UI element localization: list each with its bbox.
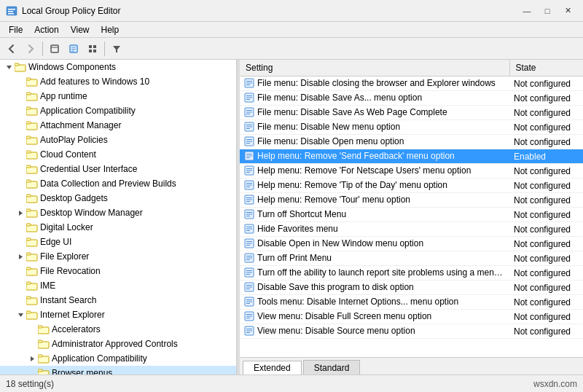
tree-item[interactable]: Application Compatibility xyxy=(0,103,236,118)
tree-item[interactable]: Credential User Interface xyxy=(0,162,236,176)
properties-button[interactable] xyxy=(65,40,82,58)
tree-item[interactable]: IME xyxy=(0,278,236,293)
tree-item[interactable]: Instant Search xyxy=(0,293,236,307)
table-row[interactable]: File menu: Disable Open menu optionNot c… xyxy=(240,135,583,149)
tree-item[interactable]: AutoPlay Policies xyxy=(0,133,236,147)
tree-expand-icon[interactable] xyxy=(15,149,26,160)
tree-item[interactable]: Application Compatibility xyxy=(0,351,236,366)
setting-label: Tools menu: Disable Internet Options... … xyxy=(257,297,458,307)
tree-item[interactable]: Cloud Content xyxy=(0,147,236,162)
column-setting[interactable]: Setting xyxy=(240,60,509,77)
tree-item[interactable]: Digital Locker xyxy=(0,220,236,235)
tree-item[interactable]: Data Collection and Preview Builds xyxy=(0,176,236,191)
tree-expand-icon[interactable] xyxy=(15,207,26,219)
tree-expand-icon[interactable] xyxy=(15,76,26,87)
tree-expand-icon[interactable] xyxy=(15,119,26,131)
close-button[interactable]: ✕ xyxy=(558,4,577,18)
tree-expand-icon[interactable] xyxy=(15,265,26,277)
table-row[interactable]: Help menu: Remove 'Tour' menu optionNot … xyxy=(240,193,583,208)
tree-item[interactable]: App runtime xyxy=(0,89,236,103)
table-row[interactable]: Help menu: Remove 'Send Feedback' menu o… xyxy=(240,149,583,164)
tree-item[interactable]: Windows Components xyxy=(0,60,236,74)
table-row[interactable]: File menu: Disable closing the browser a… xyxy=(240,77,583,91)
table-row[interactable]: File menu: Disable Save As... menu optio… xyxy=(240,91,583,106)
tree-expand-icon[interactable] xyxy=(15,163,26,175)
setting-label: File menu: Disable Save As... menu optio… xyxy=(257,93,422,103)
tree-panel[interactable]: Windows Components Add features to Windo… xyxy=(0,60,237,375)
table-row[interactable]: Disable Open in New Window menu optionNo… xyxy=(240,237,583,251)
forward-button[interactable] xyxy=(22,40,39,58)
view-button[interactable] xyxy=(84,40,101,58)
toolbar-sep-1 xyxy=(42,42,43,56)
tree-expand-icon[interactable] xyxy=(15,236,26,248)
tree-expand-icon[interactable] xyxy=(15,294,26,306)
table-row[interactable]: Turn off Shortcut MenuNot configured xyxy=(240,208,583,222)
table-row[interactable]: File menu: Disable New menu optionNot co… xyxy=(240,120,583,135)
table-row[interactable]: Turn off Print MenuNot configured xyxy=(240,251,583,266)
tree-item[interactable]: File Explorer xyxy=(0,249,236,264)
tree-item[interactable]: Administrator Approved Controls xyxy=(0,337,236,351)
table-row[interactable]: View menu: Disable Full Screen menu opti… xyxy=(240,310,583,324)
setting-cell: Hide Favorites menu xyxy=(240,222,509,235)
tree-expand-icon[interactable] xyxy=(26,353,38,364)
status-bar: 18 setting(s) wsxdn.com xyxy=(0,375,583,392)
tree-expand-icon[interactable] xyxy=(3,61,15,73)
tree-item[interactable]: Desktop Window Manager xyxy=(0,205,236,220)
tree-expand-icon[interactable] xyxy=(15,309,26,321)
tree-expand-icon[interactable] xyxy=(15,178,26,189)
tree-expand-icon[interactable] xyxy=(15,105,26,117)
tree-expand-icon[interactable] xyxy=(15,192,26,204)
state-cell: Not configured xyxy=(509,208,583,222)
tree-expand-icon[interactable] xyxy=(15,222,26,233)
setting-icon xyxy=(244,238,254,248)
setting-label: File menu: Disable closing the browser a… xyxy=(257,78,496,88)
tree-item[interactable]: Browser menus xyxy=(0,366,236,375)
back-button[interactable] xyxy=(3,40,20,58)
tab-standard[interactable]: Standard xyxy=(303,360,361,375)
tree-item[interactable]: Attachment Manager xyxy=(0,118,236,133)
tree-expand-icon[interactable] xyxy=(15,280,26,291)
column-state[interactable]: State xyxy=(509,60,583,77)
menu-item-action[interactable]: Action xyxy=(28,23,64,36)
filter-button[interactable] xyxy=(108,40,125,58)
folder-icon xyxy=(26,266,38,276)
tree-item[interactable]: Add features to Windows 10 xyxy=(0,74,236,89)
title-controls: — □ ✕ xyxy=(517,4,577,18)
menu-item-view[interactable]: View xyxy=(65,23,95,36)
tree-expand-icon[interactable] xyxy=(26,367,38,375)
tree-item-label: Accelerators xyxy=(52,324,101,334)
svg-rect-45 xyxy=(26,253,31,255)
table-row[interactable]: View menu: Disable Source menu optionNot… xyxy=(240,324,583,339)
tree-expand-icon[interactable] xyxy=(15,90,26,102)
toolbar-sep-2 xyxy=(104,42,105,56)
settings-table[interactable]: Setting State File menu: Disable closing… xyxy=(240,60,583,357)
table-row[interactable]: Help menu: Remove 'Tip of the Day' menu … xyxy=(240,179,583,193)
table-row[interactable]: File menu: Disable Save As Web Page Comp… xyxy=(240,106,583,120)
menu-item-help[interactable]: Help xyxy=(95,23,125,36)
show-hide-button[interactable] xyxy=(46,40,63,58)
setting-icon xyxy=(244,180,254,190)
tree-expand-icon[interactable] xyxy=(15,251,26,262)
setting-label: Hide Favorites menu xyxy=(257,224,338,234)
table-row[interactable]: Disable Save this program to disk option… xyxy=(240,281,583,295)
menu-item-file[interactable]: File xyxy=(3,23,28,36)
forward-icon xyxy=(26,44,36,54)
state-cell: Not configured xyxy=(509,281,583,295)
table-row[interactable]: Hide Favorites menuNot configured xyxy=(240,222,583,237)
tree-item[interactable]: Internet Explorer xyxy=(0,307,236,322)
tree-expand-icon[interactable] xyxy=(15,134,26,146)
tree-item-label: Desktop Window Manager xyxy=(40,208,143,218)
tree-item[interactable]: Accelerators xyxy=(0,322,236,337)
tree-expand-icon[interactable] xyxy=(26,324,38,335)
tree-item[interactable]: Desktop Gadgets xyxy=(0,191,236,205)
tree-expand-icon[interactable] xyxy=(26,338,38,350)
table-row[interactable]: Tools menu: Disable Internet Options... … xyxy=(240,295,583,310)
tab-extended[interactable]: Extended xyxy=(243,361,302,375)
tree-item[interactable]: Edge UI xyxy=(0,235,236,249)
maximize-button[interactable]: □ xyxy=(538,4,557,18)
minimize-button[interactable]: — xyxy=(517,4,536,18)
table-row[interactable]: Help menu: Remove 'For Netscape Users' m… xyxy=(240,164,583,179)
tree-item-label: Attachment Manager xyxy=(40,120,121,130)
tree-item[interactable]: File Revocation xyxy=(0,264,236,278)
table-row[interactable]: Turn off the ability to launch report si… xyxy=(240,266,583,281)
